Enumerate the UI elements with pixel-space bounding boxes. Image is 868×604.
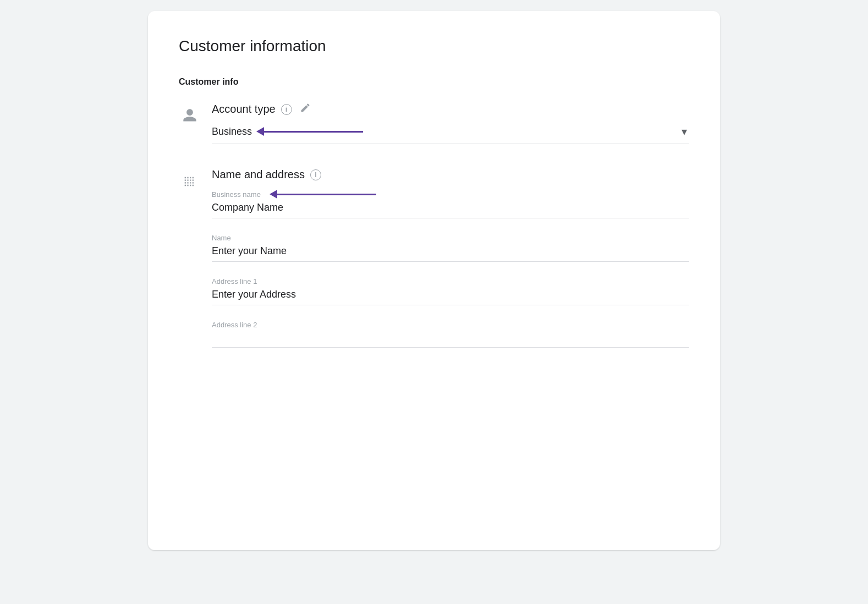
address-line-2-value[interactable] <box>212 332 689 348</box>
name-label: Name <box>212 234 689 242</box>
account-type-row: Account type i Business <box>179 102 689 149</box>
address-line-1-label: Address line 1 <box>212 277 689 285</box>
address-line-1-field: Address line 1 Enter your Address <box>212 277 689 305</box>
address-line-2-label: Address line 2 <box>212 321 689 329</box>
arrow-line <box>264 131 363 133</box>
arrow-head <box>256 127 264 136</box>
business-name-value[interactable]: Company Name <box>212 202 689 218</box>
account-type-label: Account type <box>212 103 276 116</box>
account-type-value[interactable]: Business ▾ <box>212 125 689 144</box>
name-value[interactable]: Enter your Name <box>212 245 689 262</box>
account-type-edit-icon[interactable] <box>300 102 311 116</box>
name-and-address-row: Name and address i Business name Compa <box>179 168 689 363</box>
name-field: Name Enter your Name <box>212 234 689 262</box>
name-and-address-header: Name and address i <box>212 168 689 181</box>
account-type-dropdown-row: Business ▾ <box>212 125 689 144</box>
chevron-down-icon: ▾ <box>682 125 689 138</box>
business-name-arrow-line <box>277 194 376 195</box>
business-name-arrow-head <box>270 190 277 199</box>
business-name-label: Business name <box>212 190 689 199</box>
name-and-address-info-icon[interactable]: i <box>310 169 321 180</box>
page-title: Customer information <box>179 37 689 55</box>
name-and-address-label: Name and address <box>212 168 305 181</box>
account-type-header: Account type i <box>212 102 689 116</box>
account-type-info-icon[interactable]: i <box>281 104 292 115</box>
business-arrow-annotation <box>256 127 363 136</box>
account-type-content: Account type i Business <box>212 102 689 149</box>
business-name-field: Business name Company Name <box>212 190 689 218</box>
business-name-arrow-annotation <box>270 190 376 199</box>
name-and-address-content: Name and address i Business name Compa <box>212 168 689 363</box>
name-and-address-icon <box>179 171 201 193</box>
customer-information-card: Customer information Customer info Accou… <box>148 11 720 550</box>
address-line-1-value[interactable]: Enter your Address <box>212 289 689 305</box>
section-title: Customer info <box>179 77 689 87</box>
customer-info-section: Customer info Account type i <box>179 77 689 363</box>
address-line-2-field: Address line 2 <box>212 321 689 348</box>
account-type-icon <box>179 105 201 127</box>
